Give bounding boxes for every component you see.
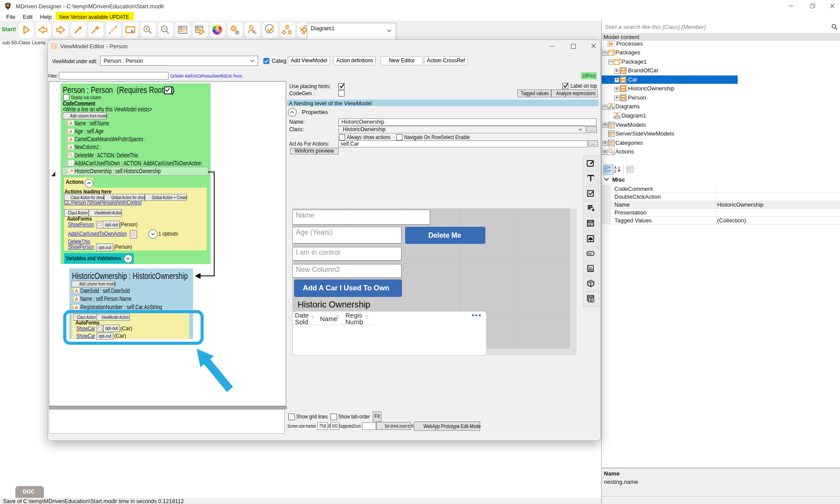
svg-text:A: A: [69, 121, 73, 126]
svg-text:A: A: [75, 296, 79, 301]
svg-text:Z: Z: [614, 170, 616, 173]
svg-text:A: A: [69, 129, 73, 134]
svg-text:list: list: [589, 266, 592, 268]
svg-text:A: A: [69, 136, 73, 142]
svg-text:btn: btn: [588, 252, 592, 255]
svg-text:A: A: [614, 166, 617, 170]
svg-text:A: A: [69, 144, 73, 150]
svg-text:A: A: [75, 304, 79, 310]
svg-text:A: A: [75, 288, 79, 293]
